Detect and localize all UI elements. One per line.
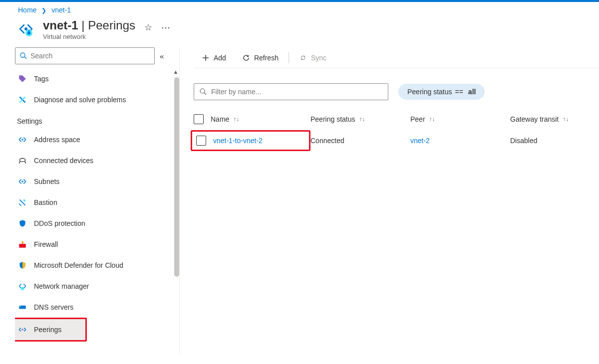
peering-status: Connected: [310, 137, 410, 145]
sidebar-item-label: Subnets: [34, 178, 59, 185]
column-header-peer[interactable]: Peer ↑↓: [410, 115, 510, 123]
diagnose-icon: [18, 95, 27, 104]
svg-point-18: [21, 329, 23, 331]
sidebar-search[interactable]: [15, 47, 155, 64]
peer-link[interactable]: vnet-2: [410, 137, 430, 145]
sidebar-item-subnets[interactable]: Subnets: [15, 171, 170, 192]
sidebar-item-network-manager[interactable]: Network manager: [15, 276, 170, 297]
devices-icon: [18, 156, 27, 165]
sidebar-item-connected-devices[interactable]: Connected devices: [15, 150, 170, 171]
toolbar-divider: [289, 52, 289, 63]
sidebar-item-label: Network manager: [34, 282, 89, 290]
collapse-sidebar-button[interactable]: «: [160, 52, 164, 60]
sidebar-item-label: Microsoft Defender for Cloud: [34, 261, 123, 269]
svg-point-2: [20, 53, 25, 57]
filter-input[interactable]: [211, 88, 383, 96]
toolbar-label: Add: [214, 54, 226, 62]
svg-line-12: [19, 204, 21, 206]
peerings-table: Name ↑↓ Peering status ↑↓ Peer ↑↓ Gatewa…: [194, 109, 599, 152]
breadcrumb: Home ❯ vnet-1: [0, 2, 599, 17]
vnet-icon: [18, 21, 34, 37]
toolbar: Add Refresh Sync: [194, 48, 599, 68]
refresh-button[interactable]: Refresh: [234, 48, 287, 67]
resource-name: vnet-1: [43, 18, 78, 32]
sidebar-item-address-space[interactable]: Address space: [15, 129, 170, 150]
page-title: vnet-1 | Peerings: [43, 19, 135, 32]
svg-line-9: [25, 162, 26, 164]
svg-line-3: [24, 57, 26, 59]
sidebar-item-bastion[interactable]: Bastion: [15, 192, 170, 213]
column-header-gateway[interactable]: Gateway transit ↑↓: [510, 115, 599, 123]
sidebar-item-label: Peerings: [34, 326, 61, 334]
filter-by-name[interactable]: [194, 83, 388, 100]
add-button[interactable]: Add: [194, 48, 234, 67]
svg-rect-14: [19, 244, 26, 248]
firewall-icon: [18, 240, 27, 249]
filter-pill-value: all: [468, 88, 476, 96]
sidebar-item-label: Diagnose and solve problems: [34, 96, 126, 104]
sidebar-item-label: Firewall: [34, 240, 58, 248]
breadcrumb-home[interactable]: Home: [18, 6, 36, 14]
sidebar-item-defender[interactable]: Microsoft Defender for Cloud: [15, 255, 170, 276]
column-label: Gateway transit: [510, 115, 559, 123]
breadcrumb-resource[interactable]: vnet-1: [51, 6, 71, 14]
scroll-up-arrow[interactable]: ▲: [172, 68, 179, 75]
refresh-icon: [242, 54, 250, 62]
sidebar: « ▲ Tags Diagnose and solve problems Set…: [0, 47, 180, 355]
page-section: Peerings: [88, 18, 135, 32]
defender-icon: [18, 261, 27, 270]
sidebar-search-input[interactable]: [30, 52, 150, 60]
filter-pill-status[interactable]: Peering status == all: [398, 84, 485, 100]
svg-line-25: [204, 93, 206, 95]
subnets-icon: [18, 177, 27, 186]
sidebar-item-dns-servers[interactable]: DNS servers: [15, 297, 170, 318]
filter-pill-field: Peering status: [407, 88, 452, 96]
column-header-name[interactable]: Name ↑↓: [211, 115, 310, 123]
svg-point-0: [24, 27, 27, 30]
sort-icon: ↑↓: [563, 116, 569, 123]
svg-rect-16: [19, 306, 26, 309]
peering-name-link[interactable]: vnet-1-to-vnet-2: [213, 137, 263, 145]
more-button[interactable]: ⋯: [161, 19, 170, 33]
toolbar-label: Refresh: [254, 54, 279, 62]
sidebar-item-label: Bastion: [34, 198, 57, 206]
sidebar-item-peerings[interactable]: Peerings: [15, 319, 85, 340]
sidebar-item-label: Address space: [34, 136, 80, 144]
svg-rect-17: [19, 306, 20, 307]
tag-icon: [18, 74, 27, 83]
filter-bar: Peering status == all: [194, 83, 599, 100]
svg-marker-13: [23, 199, 26, 202]
bastion-icon: [18, 198, 27, 207]
sidebar-item-ddos[interactable]: DDoS protection: [15, 213, 170, 234]
filter-pill-op: ==: [455, 88, 463, 96]
select-all-checkbox[interactable]: [194, 114, 204, 124]
sort-icon: ↑↓: [429, 116, 435, 123]
sidebar-item-tags[interactable]: Tags: [15, 68, 170, 89]
scrollbar-thumb[interactable]: [174, 77, 179, 277]
search-icon: [19, 52, 27, 60]
sidebar-item-label: Tags: [34, 75, 49, 83]
main-pane: Add Refresh Sync Peering status == all: [180, 47, 599, 355]
column-header-status[interactable]: Peering status ↑↓: [310, 115, 410, 123]
column-label: Peer: [410, 115, 425, 123]
peerings-icon: [18, 325, 27, 334]
svg-point-15: [21, 287, 24, 291]
chevron-right-icon: ❯: [41, 7, 46, 14]
favorite-button[interactable]: ☆: [144, 19, 152, 33]
sidebar-item-diagnose[interactable]: Diagnose and solve problems: [15, 89, 170, 110]
table-header: Name ↑↓ Peering status ↑↓ Peer ↑↓ Gatewa…: [194, 109, 599, 129]
column-label: Name: [211, 115, 229, 123]
sidebar-item-label: DNS servers: [34, 303, 73, 311]
address-space-icon: [18, 135, 27, 144]
search-icon: [199, 88, 207, 96]
sidebar-item-firewall[interactable]: Firewall: [15, 234, 170, 255]
highlight-box: vnet-1-to-vnet-2: [191, 130, 310, 151]
page-header: vnet-1 | Peerings Virtual network ☆ ⋯: [0, 17, 599, 47]
sort-icon: ↑↓: [359, 116, 365, 123]
table-row[interactable]: vnet-1-to-vnet-2 Connected vnet-2 Disabl…: [194, 129, 599, 152]
column-label: Peering status: [310, 115, 355, 123]
row-checkbox[interactable]: [196, 136, 206, 146]
sidebar-group-settings: Settings: [15, 110, 170, 129]
plus-icon: [202, 54, 210, 62]
toolbar-label: Sync: [311, 54, 326, 62]
